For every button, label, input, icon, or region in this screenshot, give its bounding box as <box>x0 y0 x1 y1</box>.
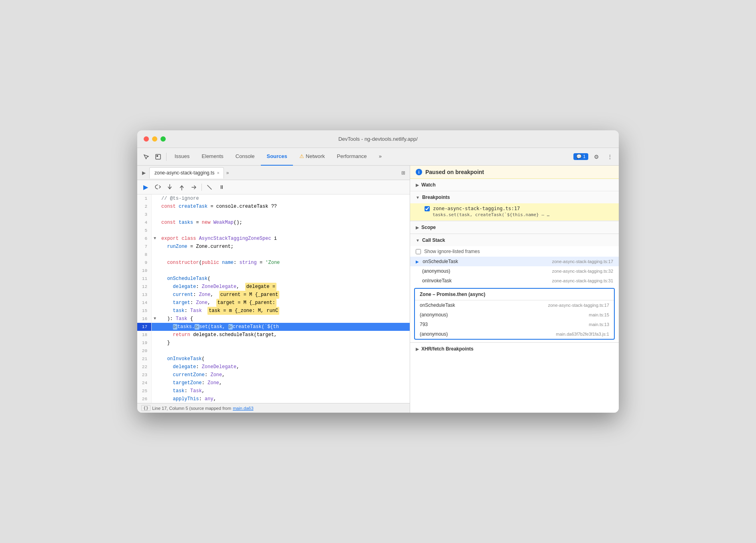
devtools-window: DevTools - ng-devtools.netlify.app/ Issu… <box>137 130 619 413</box>
callstack-item-0[interactable]: ▶ onScheduleTask zone-async-stack-taggin… <box>410 257 619 266</box>
left-panel: ▶ zone-async-stack-tagging.ts × » ⊞ ▶ <box>137 166 410 413</box>
deactivate-button[interactable] <box>204 182 215 192</box>
breakpoint-item: zone-async-stack-tagging.ts:17 tasks.set… <box>410 203 619 221</box>
maximize-button[interactable] <box>161 136 166 142</box>
step-out-button[interactable] <box>177 182 187 192</box>
code-line-25: 25 task: Task, <box>137 387 410 395</box>
line-number: 11 <box>137 275 152 283</box>
xhr-label: XHR/fetch Breakpoints <box>421 346 474 352</box>
resume-button[interactable]: ▶ <box>140 182 151 192</box>
file-tab-more-icon[interactable]: » <box>226 170 229 176</box>
line-number: 21 <box>137 355 152 363</box>
code-text <box>158 267 410 275</box>
scope-header[interactable]: ▶ Scope <box>410 221 619 233</box>
code-text: export class AsyncStackTaggingZoneSpec i <box>158 235 410 243</box>
breakpoints-section: ▼ Breakpoints zone-async-stack-tagging.t… <box>410 191 619 221</box>
line-number: 14 <box>137 299 152 307</box>
watch-chevron: ▶ <box>416 183 419 187</box>
settings-icon[interactable]: ⚙ <box>591 151 602 162</box>
tab-network[interactable]: ⚠ Network <box>294 148 331 166</box>
code-line-23: 23 currentZone: Zone, <box>137 371 410 379</box>
async-item-0[interactable]: onScheduleTask zone-async-stack-tagging.… <box>415 300 614 310</box>
watch-label: Watch <box>421 182 436 188</box>
status-text: Line 17, Column 5 (source mapped from <box>152 406 231 411</box>
format-icon[interactable]: ⊞ <box>398 168 408 178</box>
status-link[interactable]: main.da63 <box>233 406 253 411</box>
info-icon: i <box>416 169 422 175</box>
step-over-button[interactable] <box>152 182 163 192</box>
code-text: constructor(public name: string = 'Zone <box>158 259 410 267</box>
tab-console[interactable]: Console <box>230 148 260 166</box>
sidebar-toggle-icon[interactable]: ▶ <box>139 168 148 178</box>
line-number: 22 <box>137 363 152 371</box>
code-line-15: 15 task: Task task = m {_zone: M, runC <box>137 307 410 315</box>
step-button[interactable] <box>189 182 199 192</box>
bp-filename: zone-async-stack-tagging.ts:17 <box>433 206 520 211</box>
line-number: 25 <box>137 387 152 395</box>
format-toggle[interactable]: {} <box>141 405 150 411</box>
callstack-func: (anonymous) <box>416 268 450 274</box>
breakpoints-chevron: ▼ <box>416 195 420 200</box>
ignore-frames-label: Show ignore-listed frames <box>424 249 480 254</box>
code-line-4: 4 const tasks = new WeakMap(); <box>137 219 410 227</box>
async-item-3[interactable]: (anonymous) main.da63f7b2fe3f1fa3.js:1 <box>415 329 614 339</box>
xhr-section[interactable]: ▶ XHR/fetch Breakpoints <box>410 342 619 355</box>
status-bar: {} Line 17, Column 5 (source mapped from… <box>137 403 410 413</box>
watch-header[interactable]: ▶ Watch <box>410 179 619 191</box>
code-line-18: 18 return delegate.scheduleTask(target, <box>137 331 410 339</box>
paused-banner: i Paused on breakpoint <box>410 166 619 179</box>
file-tab-close-icon[interactable]: × <box>217 170 219 175</box>
tab-performance[interactable]: Performance <box>331 148 372 166</box>
code-text: applyThis: any, <box>158 395 410 403</box>
code-text: } <box>158 339 410 347</box>
code-text: task: Task, <box>158 387 410 395</box>
pause-button[interactable]: ⏸ <box>216 182 227 192</box>
step-into-button[interactable] <box>165 182 175 192</box>
callstack-item-2[interactable]: onInvokeTask zone-async-stack-tagging.ts… <box>410 276 619 286</box>
line-number: 1 <box>137 195 152 203</box>
code-line-6: 6 ▼ export class AsyncStackTaggingZoneSp… <box>137 235 410 243</box>
code-text: ▷tasks.▷set(task, ▷createTask(`${th <box>158 323 410 331</box>
bp-checkbox[interactable] <box>425 206 430 211</box>
code-line-22: 22 delegate: ZoneDelegate, <box>137 363 410 371</box>
async-group: Zone – Promise.then (async) onScheduleTa… <box>414 288 615 340</box>
tab-issues[interactable]: Issues <box>169 148 195 166</box>
line-number: 20 <box>137 347 152 355</box>
code-line-10: 10 <box>137 267 410 275</box>
async-item-2[interactable]: 793 main.ts:13 <box>415 320 614 329</box>
code-text: currentZone: Zone, <box>158 371 410 379</box>
code-line-16: 16 ▼ ): Task { <box>137 315 410 323</box>
debug-sep-1 <box>201 184 202 191</box>
minimize-button[interactable] <box>152 136 157 142</box>
line-number: 7 <box>137 243 152 251</box>
close-button[interactable] <box>144 136 149 142</box>
line-number: 5 <box>137 227 152 235</box>
code-line-24: 24 targetZone: Zone, <box>137 379 410 387</box>
code-line-13: 13 current: Zone, current = M {_parent <box>137 291 410 299</box>
more-options-icon[interactable]: ⋮ <box>604 151 616 162</box>
code-area[interactable]: 1 // @ts-ignore 2 const createTask = con… <box>137 195 410 403</box>
tab-elements[interactable]: Elements <box>196 148 229 166</box>
tab-sources[interactable]: Sources <box>261 148 293 166</box>
scope-label: Scope <box>421 225 436 230</box>
code-text: const createTask = console.createTask ?? <box>158 203 410 211</box>
chat-badge[interactable]: 💬 1 <box>573 153 588 160</box>
code-text: return delegate.scheduleTask(target, <box>158 331 410 339</box>
call-stack-header[interactable]: ▼ Call Stack <box>410 234 619 246</box>
code-text: delegate: ZoneDelegate, delegate = <box>158 283 410 291</box>
file-tab-active[interactable]: zone-async-stack-tagging.ts × <box>149 167 224 178</box>
code-text <box>158 347 410 355</box>
tab-more[interactable]: » <box>373 148 387 166</box>
code-text: runZone = Zone.current; <box>158 243 410 251</box>
code-text: target: Zone, target = M {_parent: <box>158 299 410 307</box>
toolbar-right: 💬 1 ⚙ ⋮ <box>573 151 616 162</box>
breakpoints-header[interactable]: ▼ Breakpoints <box>410 191 619 203</box>
callstack-item-1[interactable]: (anonymous) zone-async-stack-tagging.ts:… <box>410 266 619 276</box>
ignore-frames-checkbox[interactable] <box>416 249 421 254</box>
window-title: DevTools - ng-devtools.netlify.app/ <box>338 136 418 142</box>
svg-rect-1 <box>156 155 158 157</box>
cursor-icon[interactable] <box>140 151 152 162</box>
line-number: 13 <box>137 291 152 299</box>
inspect-icon[interactable] <box>152 151 164 162</box>
async-item-1[interactable]: (anonymous) main.ts:15 <box>415 310 614 320</box>
